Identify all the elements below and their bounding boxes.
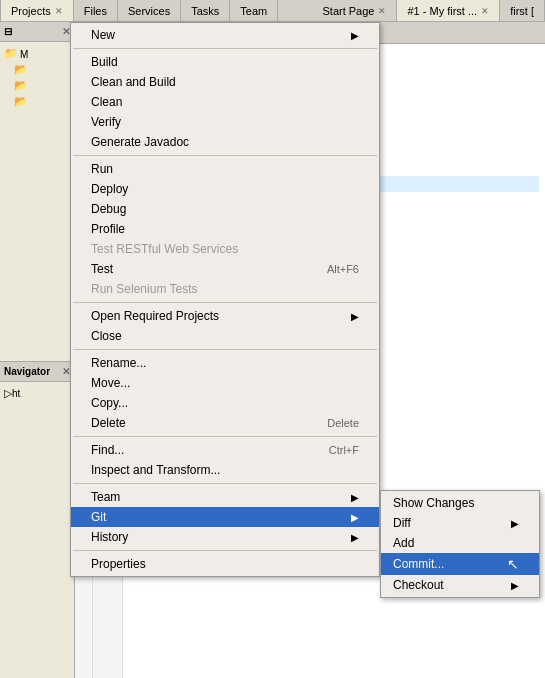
menu-item-move-[interactable]: Move... [71, 373, 379, 393]
git-menu-item-show-changes[interactable]: Show Changes [381, 493, 539, 513]
menu-item-delete[interactable]: DeleteDelete [71, 413, 379, 433]
top-tabs: Projects ✕ Files Services Tasks Team Sta… [0, 0, 545, 22]
tree-item[interactable]: 📂 [12, 62, 72, 78]
submenu-arrow-icon: ▶ [351, 532, 359, 543]
menu-item-label: Verify [91, 115, 121, 129]
menu-item-label: Clean [91, 95, 122, 109]
menu-item-label: Profile [91, 222, 125, 236]
menu-item-label: Run Selenium Tests [91, 282, 198, 296]
menu-item-team[interactable]: Team▶ [71, 487, 379, 507]
menu-item-rename-[interactable]: Rename... [71, 353, 379, 373]
menu-item-run-selenium-tests: Run Selenium Tests [71, 279, 379, 299]
menu-item-label: Copy... [91, 396, 128, 410]
menu-item-label: Debug [91, 202, 126, 216]
cursor-indicator: ↖ [507, 556, 519, 572]
menu-item-label: Generate Javadoc [91, 135, 189, 149]
git-menu-item-add[interactable]: Add [381, 533, 539, 553]
menu-item-shortcut: Ctrl+F [329, 444, 359, 456]
navigator-panel: Navigator ✕ ▷ ht [0, 362, 74, 678]
tab-editor-1[interactable]: #1 - My first ... ✕ [397, 0, 500, 21]
menu-item-label: Close [91, 329, 122, 343]
menu-item-new[interactable]: New▶ [71, 25, 379, 45]
menu-item-profile[interactable]: Profile [71, 219, 379, 239]
menu-item-label: Find... [91, 443, 124, 457]
menu-item-test-restful-web-services: Test RESTful Web Services [71, 239, 379, 259]
menu-item-label: New [91, 28, 115, 42]
folder-icon: 📂 [14, 95, 28, 109]
menu-item-shortcut: Delete [327, 417, 359, 429]
projects-panel: ⊟ ✕ 📁 M 📂 📂 [0, 22, 74, 362]
left-panel: ⊟ ✕ 📁 M 📂 📂 [0, 22, 75, 678]
menu-item-debug[interactable]: Debug [71, 199, 379, 219]
close-navigator-icon[interactable]: ✕ [62, 366, 70, 377]
menu-item-copy-[interactable]: Copy... [71, 393, 379, 413]
close-start-page-icon[interactable]: ✕ [378, 6, 386, 16]
menu-item-generate-javadoc[interactable]: Generate Javadoc [71, 132, 379, 152]
folder-icon: 📁 [4, 47, 18, 61]
menu-item-clean[interactable]: Clean [71, 92, 379, 112]
git-submenu-arrow-icon: ▶ [511, 580, 519, 591]
tab-services[interactable]: Services [118, 0, 181, 21]
menu-item-label: Test RESTful Web Services [91, 242, 238, 256]
menu-item-deploy[interactable]: Deploy [71, 179, 379, 199]
menu-item-open-required-projects[interactable]: Open Required Projects▶ [71, 306, 379, 326]
tab-first[interactable]: first [ [500, 0, 545, 21]
close-projects-icon[interactable]: ✕ [55, 6, 63, 16]
menu-item-find-[interactable]: Find...Ctrl+F [71, 440, 379, 460]
git-menu-item-label: Add [393, 536, 414, 550]
menu-item-label: Rename... [91, 356, 146, 370]
menu-item-close[interactable]: Close [71, 326, 379, 346]
menu-item-label: Team [91, 490, 120, 504]
menu-item-build[interactable]: Build [71, 52, 379, 72]
menu-separator-after-13 [73, 302, 377, 303]
projects-header: ⊟ ✕ [0, 22, 74, 42]
tab-projects[interactable]: Projects ✕ [0, 0, 74, 21]
navigator-tree: ▷ ht [0, 382, 74, 405]
git-submenu: Show ChangesDiff▶AddCommit...↖Checkout▶ [380, 490, 540, 598]
menu-separator-after-15 [73, 349, 377, 350]
git-menu-item-label: Show Changes [393, 496, 474, 510]
menu-item-git[interactable]: Git▶ [71, 507, 379, 527]
submenu-arrow-icon: ▶ [351, 311, 359, 322]
menu-item-label: Properties [91, 557, 146, 571]
menu-separator-after-6 [73, 155, 377, 156]
menu-item-verify[interactable]: Verify [71, 112, 379, 132]
tree-item[interactable]: 📂 [12, 78, 72, 94]
menu-item-test[interactable]: TestAlt+F6 [71, 259, 379, 279]
menu-separator-after-24 [73, 550, 377, 551]
tree-item-label: M [20, 49, 28, 60]
git-menu-item-commit-[interactable]: Commit...↖ [381, 553, 539, 575]
menu-item-clean-and-build[interactable]: Clean and Build [71, 72, 379, 92]
tree-item[interactable]: 📂 [12, 94, 72, 110]
tab-tasks[interactable]: Tasks [181, 0, 230, 21]
git-menu-item-label: Diff [393, 516, 411, 530]
git-menu-item-label: Commit... [393, 557, 444, 571]
navigator-tree-item[interactable]: ▷ ht [2, 386, 72, 401]
folder-icon: 📂 [14, 79, 28, 93]
git-menu-item-label: Checkout [393, 578, 444, 592]
git-menu-item-checkout[interactable]: Checkout▶ [381, 575, 539, 595]
menu-item-properties[interactable]: Properties [71, 554, 379, 574]
menu-item-label: Run [91, 162, 113, 176]
tree-item[interactable]: 📁 M [2, 46, 72, 62]
context-menu: New▶BuildClean and BuildCleanVerifyGener… [70, 22, 380, 577]
tab-team[interactable]: Team [230, 0, 278, 21]
menu-item-label: Git [91, 510, 106, 524]
submenu-arrow-icon: ▶ [351, 492, 359, 503]
close-projects-panel-icon[interactable]: ✕ [62, 26, 70, 37]
close-editor-icon[interactable]: ✕ [481, 6, 489, 16]
menu-item-label: Clean and Build [91, 75, 176, 89]
git-menu-item-diff[interactable]: Diff▶ [381, 513, 539, 533]
tab-start-page[interactable]: Start Page ✕ [312, 0, 397, 21]
navigator-header: Navigator ✕ [0, 362, 74, 382]
menu-separator-after-21 [73, 483, 377, 484]
menu-item-label: Move... [91, 376, 130, 390]
projects-tree: 📁 M 📂 📂 📂 [0, 42, 74, 114]
tab-files[interactable]: Files [74, 0, 118, 21]
menu-item-history[interactable]: History▶ [71, 527, 379, 547]
menu-item-label: History [91, 530, 128, 544]
folder-icon: 📂 [14, 63, 28, 77]
menu-item-inspect-and-transform-[interactable]: Inspect and Transform... [71, 460, 379, 480]
menu-item-label: Deploy [91, 182, 128, 196]
menu-item-run[interactable]: Run [71, 159, 379, 179]
